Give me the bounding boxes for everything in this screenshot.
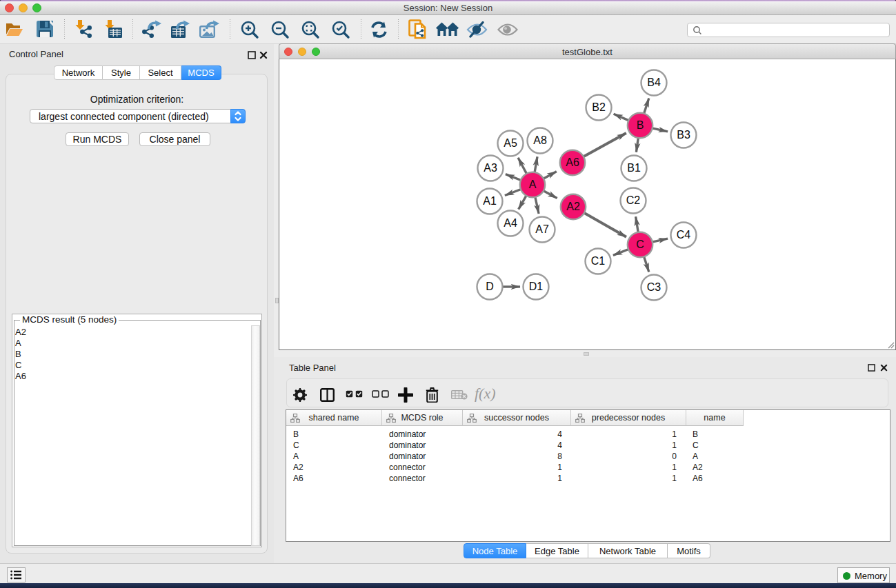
svg-text:D1: D1 (529, 281, 544, 292)
svg-text:A6: A6 (566, 156, 579, 168)
svg-text:A5: A5 (504, 137, 517, 149)
svg-text:B2: B2 (592, 101, 606, 113)
svg-text:C1: C1 (591, 255, 606, 267)
svg-text:B1: B1 (627, 162, 641, 174)
svg-text:A7: A7 (535, 223, 549, 235)
svg-text:C: C (636, 239, 644, 250)
svg-text:A1: A1 (483, 195, 497, 207)
svg-text:C4: C4 (677, 229, 691, 241)
svg-text:A8: A8 (533, 134, 547, 146)
svg-text:A2: A2 (566, 201, 580, 212)
svg-text:D: D (486, 281, 494, 292)
svg-text:C2: C2 (626, 194, 641, 206)
svg-text:B: B (637, 119, 644, 131)
svg-text:A: A (529, 179, 537, 190)
svg-text:A4: A4 (504, 217, 517, 229)
svg-text:B3: B3 (677, 129, 690, 141)
svg-text:C3: C3 (647, 281, 661, 293)
svg-text:B4: B4 (647, 77, 661, 88)
svg-text:A3: A3 (484, 162, 497, 174)
